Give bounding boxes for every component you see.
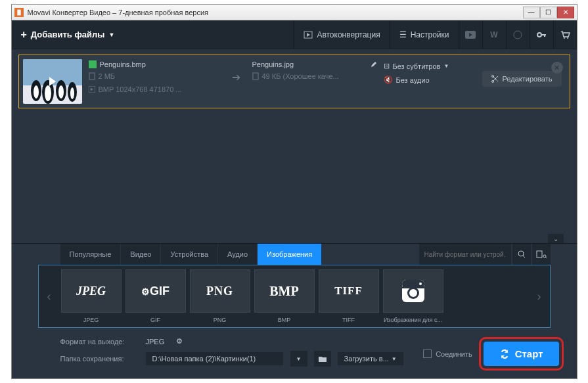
output-filename: Penguins.jpg — [252, 60, 294, 68]
checkbox-icon — [423, 349, 432, 358]
svg-rect-1 — [17, 9, 20, 15]
globe-icon-button[interactable] — [506, 20, 530, 49]
tab-images[interactable]: Изображения — [258, 244, 322, 265]
add-files-button[interactable]: Добавить файлы ▼ — [12, 20, 124, 49]
format-list: JPEG JPEG ⚙GIF GIF PNG PNG BMP BMP — [38, 265, 551, 328]
convert-icon — [499, 349, 510, 359]
file-icon — [252, 72, 259, 80]
format-gif[interactable]: ⚙GIF GIF — [125, 269, 186, 325]
detect-device-button[interactable] — [532, 244, 551, 265]
output-folder-path[interactable]: D:\Новая папка (2)\Картинки(1) — [146, 352, 284, 365]
gear-icon[interactable]: ⚙ — [176, 337, 183, 346]
format-png[interactable]: PNG PNG — [190, 269, 250, 325]
tab-audio[interactable]: Аудио — [218, 244, 258, 265]
app-body: Добавить файлы ▼ Автоконвертация ☰ Настр… — [12, 20, 577, 378]
output-format-value: JPEG — [146, 338, 165, 346]
auto-convert-icon — [304, 31, 313, 39]
format-search[interactable] — [419, 244, 511, 265]
format-label: BMP — [254, 313, 315, 325]
format-logo: ⚙GIF — [141, 284, 170, 298]
file-list-area: 00:00:00 ★ Penguins.bmp 2 МБ BMP 1024x76… — [12, 49, 577, 243]
start-button[interactable]: Старт — [484, 342, 559, 366]
scroll-right-button[interactable]: › — [528, 265, 551, 328]
join-label: Соединить — [436, 350, 472, 358]
edit-button[interactable]: Редактировать — [482, 71, 562, 87]
format-logo: JPEG — [76, 284, 106, 298]
format-instagram[interactable]: Изображения для с... — [383, 269, 443, 325]
svg-point-20 — [58, 85, 64, 99]
upload-to-button[interactable]: Загрузить в...▼ — [338, 352, 403, 365]
pencil-icon[interactable] — [371, 61, 377, 68]
footer-panel: Формат на выходе: JPEG ⚙ Папка сохранени… — [12, 328, 577, 378]
settings-label: Настройки — [411, 30, 449, 39]
vk-icon-button[interactable]: W — [482, 20, 506, 49]
audio-option[interactable]: 🔇Без аудио — [384, 73, 476, 87]
chevron-down-icon: ▼ — [108, 32, 114, 38]
svg-point-29 — [518, 251, 524, 256]
svg-point-39 — [419, 282, 422, 285]
remove-item-button[interactable]: ✕ — [551, 62, 563, 74]
svg-point-10 — [564, 37, 565, 39]
browse-folder-button[interactable] — [314, 351, 331, 367]
output-format-label: Формат на выходе: — [60, 338, 139, 346]
file-item[interactable]: 00:00:00 ★ Penguins.bmp 2 МБ BMP 1024x76… — [18, 55, 570, 108]
start-highlight: Старт — [479, 337, 564, 371]
format-bmp[interactable]: BMP BMP — [254, 269, 315, 325]
file-thumbnail[interactable]: 00:00:00 ★ — [23, 59, 82, 104]
auto-convert-button[interactable]: Автоконвертация — [294, 20, 389, 49]
format-tabs: Популярные Видео Устройства Аудио Изобра… — [12, 244, 577, 265]
format-label: PNG — [190, 313, 250, 325]
maximize-button[interactable]: ☐ — [540, 7, 557, 18]
audio-label: Без аудио — [396, 76, 430, 84]
subtitles-option[interactable]: ⊟Без субтитров▼ — [384, 59, 476, 73]
svg-line-33 — [545, 258, 547, 259]
svg-marker-3 — [307, 33, 310, 37]
bottom-panel: Популярные Видео Устройства Аудио Изобра… — [12, 243, 577, 378]
svg-point-32 — [543, 255, 546, 258]
titlebar: Movavi Конвертер Видео – 7-дневная пробн… — [12, 5, 577, 20]
start-label: Старт — [515, 348, 543, 359]
close-button[interactable]: ✕ — [557, 7, 574, 18]
youtube-icon-button[interactable] — [459, 20, 482, 49]
svg-point-19 — [45, 85, 51, 101]
svg-rect-26 — [253, 73, 258, 79]
arrow-icon: ➔ — [227, 59, 246, 83]
tab-video[interactable]: Видео — [121, 244, 161, 265]
format-strip: ‹ JPEG JPEG ⚙GIF GIF PNG PNG B — [12, 265, 577, 328]
format-jpeg[interactable]: JPEG JPEG — [61, 269, 122, 325]
chevron-down-icon: ▼ — [443, 63, 449, 69]
format-tiff[interactable]: TIFF TIFF — [319, 269, 379, 325]
subtitles-label: Без субтитров — [393, 62, 441, 70]
edit-label: Редактировать — [503, 75, 553, 83]
svg-point-7 — [537, 33, 541, 37]
scroll-left-button[interactable]: ‹ — [38, 265, 60, 328]
image-file-icon — [89, 60, 97, 68]
settings-button[interactable]: ☰ Настройки — [390, 20, 459, 49]
footer-actions: Соединить Старт — [423, 337, 563, 371]
tab-devices[interactable]: Устройства — [161, 244, 218, 265]
key-icon-button[interactable] — [530, 20, 553, 49]
source-filename: Penguins.bmp — [100, 60, 146, 68]
app-icon — [14, 8, 24, 17]
join-checkbox[interactable]: Соединить — [423, 349, 472, 358]
svg-point-38 — [409, 289, 417, 297]
cart-icon-button[interactable] — [553, 20, 577, 49]
svg-point-21 — [70, 87, 74, 99]
output-info: Penguins.jpg 49 КБ (Хорошее каче... — [252, 59, 377, 83]
auto-convert-label: Автоконвертация — [317, 30, 380, 39]
minimize-button[interactable]: — — [523, 7, 540, 18]
svg-rect-22 — [89, 60, 97, 68]
svg-line-30 — [523, 256, 525, 258]
search-icon-button[interactable] — [512, 244, 531, 265]
format-search-input[interactable] — [424, 251, 506, 258]
format-logo: TIFF — [334, 284, 363, 298]
source-resolution: BMP 1024x768 471870 ... — [99, 85, 182, 93]
tab-popular[interactable]: Популярные — [60, 244, 122, 265]
chevron-down-icon: ▼ — [392, 356, 397, 362]
collapse-panel-button[interactable]: ⌄ — [548, 234, 564, 243]
add-files-label: Добавить файлы — [31, 30, 105, 39]
path-dropdown-button[interactable]: ▼ — [290, 351, 307, 367]
format-label: Изображения для с... — [383, 313, 443, 325]
svg-rect-23 — [89, 73, 95, 79]
main-toolbar: Добавить файлы ▼ Автоконвертация ☰ Настр… — [12, 20, 577, 49]
